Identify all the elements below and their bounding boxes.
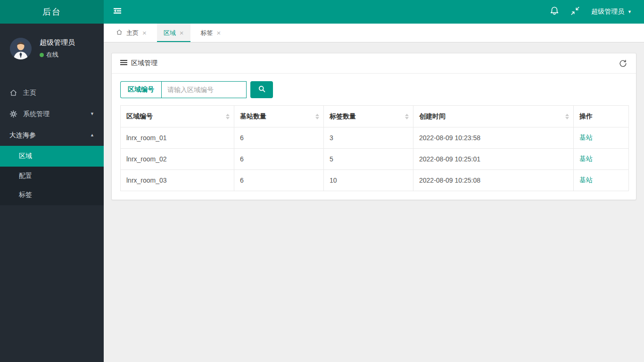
sidebar-item-region[interactable]: 区域	[0, 146, 104, 167]
cell-base-stations: 6	[234, 127, 324, 149]
cell-created-at: 2022-08-09 10:25:01	[413, 149, 574, 170]
cell-tag-count: 5	[324, 149, 413, 170]
sidebar-item-system-management[interactable]: 系统管理 ▼	[0, 103, 104, 125]
base-station-link[interactable]: 基站	[579, 176, 593, 184]
region-id-search-input[interactable]	[161, 81, 247, 98]
close-icon[interactable]: ×	[142, 29, 147, 36]
sidebar-toggle-button[interactable]	[104, 0, 131, 24]
base-station-link[interactable]: 基站	[579, 134, 593, 141]
sidebar-item-tag[interactable]: 标签	[0, 185, 104, 204]
column-label: 基站数量	[240, 112, 266, 120]
base-station-link[interactable]: 基站	[579, 155, 593, 162]
user-dropdown-label: 超级管理员	[591, 8, 624, 16]
panel-body: 区域编号	[112, 74, 636, 200]
tab-home[interactable]: 主页 ×	[109, 24, 153, 42]
cell-tag-count: 10	[324, 170, 413, 191]
sort-icon[interactable]	[565, 114, 569, 119]
sidebar-item-home[interactable]: 主页	[0, 82, 104, 103]
table-row: lnrx_room_03 6 10 2022-08-09 10:25:08 基站	[121, 170, 629, 191]
tab-tag[interactable]: 标签 ×	[194, 24, 228, 42]
user-status: 在线	[40, 51, 75, 59]
sort-icon[interactable]	[315, 114, 319, 119]
cell-tag-count: 3	[324, 127, 413, 149]
cell-region-id: lnrx_room_02	[121, 149, 234, 170]
search-row: 区域编号	[120, 81, 627, 98]
sort-icon[interactable]	[405, 114, 409, 119]
chevron-down-icon: ▼	[90, 112, 94, 116]
column-header-created-at[interactable]: 创建时间	[413, 106, 574, 127]
sidebar-menu: 主页 系统管理 ▼ 大连海参 ▲ 区域	[0, 82, 104, 205]
region-table: 区域编号 基站数量 标签数量	[120, 105, 629, 191]
column-header-tag-count[interactable]: 标签数量	[324, 106, 413, 127]
column-header-base-stations[interactable]: 基站数量	[234, 106, 324, 127]
user-dropdown[interactable]: 超级管理员 ▼	[591, 8, 632, 16]
cell-region-id: lnrx_room_01	[121, 127, 234, 149]
content-area: 区域管理 区域编号	[104, 42, 644, 362]
cell-base-stations: 6	[234, 149, 324, 170]
cell-actions: 基站	[574, 149, 629, 170]
tab-label: 区域	[164, 29, 176, 37]
cell-region-id: lnrx_room_03	[121, 170, 234, 191]
online-status-label: 在线	[46, 51, 58, 59]
sidebar: 超级管理员 在线 主页	[0, 24, 104, 362]
sidebar-item-label: 大连海参	[9, 131, 36, 140]
app-window: 后台 超级管理员 ▼	[0, 0, 644, 362]
header-right-group: 超级管理员 ▼	[544, 0, 644, 24]
user-name: 超级管理员	[40, 38, 75, 47]
compress-icon	[570, 6, 580, 18]
list-icon	[120, 59, 127, 67]
sidebar-item-label: 区域	[19, 152, 32, 160]
search-button[interactable]	[250, 81, 273, 98]
region-management-panel: 区域管理 区域编号	[111, 53, 636, 200]
cell-created-at: 2022-08-09 10:25:08	[413, 170, 574, 191]
online-dot-icon	[40, 53, 44, 57]
search-field-label: 区域编号	[120, 81, 161, 98]
sidebar-item-label: 配置	[19, 172, 32, 180]
home-icon	[116, 29, 123, 37]
chevron-up-icon: ▲	[90, 133, 94, 137]
close-icon[interactable]: ×	[217, 29, 221, 36]
cell-actions: 基站	[574, 170, 629, 191]
column-header-region-id[interactable]: 区域编号	[121, 106, 234, 127]
column-label: 操作	[579, 112, 593, 120]
refresh-button[interactable]	[619, 59, 627, 68]
sidebar-item-label: 主页	[23, 89, 36, 97]
sidebar-item-label: 系统管理	[23, 110, 50, 118]
sidebar-submenu: 区域 配置 标签	[0, 146, 104, 205]
table-row: lnrx_room_02 6 5 2022-08-09 10:25:01 基站	[121, 149, 629, 170]
tab-bar: 主页 × 区域 × 标签 ×	[104, 24, 644, 42]
brand-logo: 后台	[0, 0, 104, 24]
search-icon	[258, 85, 266, 94]
column-label: 标签数量	[330, 112, 356, 120]
avatar	[10, 38, 32, 59]
panel-title: 区域管理	[131, 59, 157, 67]
sidebar-user-panel: 超级管理员 在线	[0, 24, 104, 76]
cell-created-at: 2022-08-09 10:23:58	[413, 127, 574, 149]
bell-icon	[549, 6, 560, 18]
main-area: 主页 × 区域 × 标签 ×	[104, 24, 644, 362]
table-row: lnrx_room_01 6 3 2022-08-09 10:23:58 基站	[121, 127, 629, 149]
column-label: 创建时间	[419, 112, 446, 120]
panel-header: 区域管理	[112, 53, 636, 74]
gear-icon	[9, 110, 17, 118]
tab-label: 主页	[126, 29, 139, 37]
column-header-actions: 操作	[574, 106, 629, 127]
cell-actions: 基站	[574, 127, 629, 149]
table-header-row: 区域编号 基站数量 标签数量	[121, 106, 629, 127]
notifications-button[interactable]	[544, 0, 565, 24]
close-icon[interactable]: ×	[180, 29, 184, 36]
tab-region[interactable]: 区域 ×	[157, 24, 190, 42]
user-info: 超级管理员 在线	[40, 38, 75, 59]
sort-icon[interactable]	[226, 114, 230, 119]
fullscreen-toggle-button[interactable]	[565, 0, 586, 24]
chevron-down-icon: ▼	[627, 10, 632, 14]
top-header: 后台 超级管理员 ▼	[0, 0, 644, 24]
sidebar-item-dalian-haishen[interactable]: 大连海参 ▲	[0, 125, 104, 146]
column-label: 区域编号	[126, 112, 153, 120]
sidebar-item-config[interactable]: 配置	[0, 167, 104, 185]
sidebar-item-label: 标签	[19, 191, 32, 199]
home-icon	[9, 89, 17, 97]
sidebar-toggle-icon	[112, 5, 123, 18]
cell-base-stations: 6	[234, 170, 324, 191]
tab-label: 标签	[201, 29, 213, 37]
